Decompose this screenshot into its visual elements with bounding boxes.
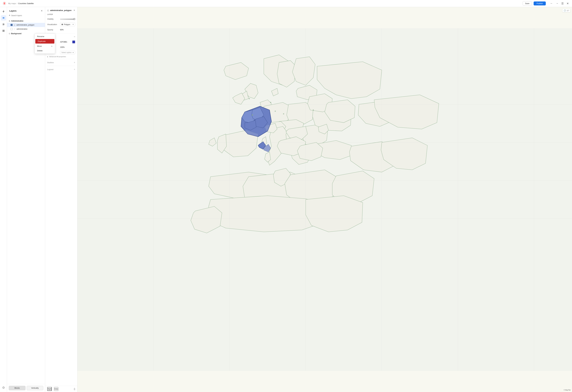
save-button[interactable]: Save xyxy=(523,1,532,6)
group-name-administrative: Administrative xyxy=(11,20,23,22)
style-tab-data[interactable]: Data xyxy=(54,387,58,391)
breadcrumb-separator: / xyxy=(17,2,17,4)
back-button[interactable]: ← xyxy=(549,1,554,6)
layout-section-name: Layout xyxy=(47,68,74,70)
sidebar-icon-help[interactable]: ? xyxy=(1,385,6,390)
svg-point-1 xyxy=(4,3,5,4)
style-tab-style[interactable]: Style xyxy=(47,387,52,391)
layer-item-administrative2[interactable]: 〰 administrative xyxy=(7,27,45,31)
breadcrumb: My maps / Countries Satellite xyxy=(8,2,34,4)
svg-rect-14 xyxy=(4,31,4,32)
svg-point-9 xyxy=(3,24,4,25)
context-menu-delete-label: Delete xyxy=(37,49,43,52)
layer-type-icon-line: 〰 xyxy=(14,28,16,30)
visualization-select[interactable]: ⬟ Polygon ▼ xyxy=(60,23,75,26)
map-attribution: © MapTiler xyxy=(564,389,571,391)
clock-icon: 🕐 xyxy=(564,9,566,12)
fill-color-swatch[interactable] xyxy=(72,40,75,43)
sidebar-icon-puzzle[interactable] xyxy=(1,28,6,33)
opacity-value[interactable]: 60% xyxy=(60,29,75,31)
sidebar-icon-lightning[interactable] xyxy=(1,9,6,14)
pattern-placeholder: Select option xyxy=(61,51,72,53)
layer-group-header-administrative[interactable]: ⊞ Administrative xyxy=(7,19,45,23)
style-panel-header: ◱ administrative_polygon ✕ xyxy=(45,7,77,13)
svg-point-35 xyxy=(313,110,314,111)
context-menu-move-label: Move xyxy=(37,45,42,47)
svg-rect-11 xyxy=(3,30,3,31)
context-menu-move[interactable]: Move ▶ xyxy=(35,44,55,49)
svg-rect-17 xyxy=(11,24,12,26)
layout-section: Layout + xyxy=(45,67,77,72)
layers-header: Layers ✕ xyxy=(7,7,45,13)
style-panel-layer-icon: ◱ xyxy=(47,9,49,11)
verticality-tab-button[interactable]: Verticality xyxy=(27,386,43,390)
forward-button[interactable]: → xyxy=(555,1,559,6)
map-area[interactable]: 🕐 2.7 © MapTiler xyxy=(77,7,572,392)
topbar: My maps / Countries Satellite Save Publi… xyxy=(0,0,572,7)
layers-content: ⊞ Administrative ◱ administrative_polygo… xyxy=(7,18,45,384)
layer-name-administrative2: administrative xyxy=(16,28,43,30)
fill-collapse-button[interactable]: − xyxy=(74,35,75,38)
svg-rect-3 xyxy=(3,18,4,18)
svg-point-10 xyxy=(3,25,3,25)
layer-type-icon-polygon: ◱ xyxy=(14,24,15,26)
page-title: Countries Satellite xyxy=(18,2,34,4)
close-button[interactable]: ✕ xyxy=(566,1,570,6)
advanced-fill-row: ▶ Advanced fill properties xyxy=(45,55,77,58)
svg-text:?: ? xyxy=(3,387,4,389)
visualization-value: Polygon xyxy=(64,23,72,26)
layers-bottom-bar: Blocks Verticality xyxy=(7,384,45,392)
context-menu-duplicate[interactable]: Duplicate xyxy=(35,39,54,44)
slider-track xyxy=(60,19,75,19)
layer-checkbox-administrative-polygon[interactable] xyxy=(11,24,13,26)
code-view-button[interactable]: {} xyxy=(74,388,75,390)
slider-thumb xyxy=(73,18,75,20)
map-zoom-indicator: 🕐 2.7 xyxy=(562,9,570,12)
svg-point-30 xyxy=(252,114,253,116)
main-layout: ? Layers ✕ + ⊞ Administrative xyxy=(0,7,572,392)
visibility-row: Visibility xyxy=(45,16,77,22)
context-menu: Rename Duplicate Move ▶ Delete xyxy=(35,33,55,54)
visualization-row: Visualization ⬟ Polygon ▼ xyxy=(45,22,77,27)
menu-button[interactable]: ☰ xyxy=(560,1,565,6)
sidebar-icon-layers[interactable] xyxy=(1,15,6,20)
layer-item-administrative-polygon[interactable]: ◱ administrative_polygon xyxy=(7,23,45,27)
add-layer-button[interactable]: + xyxy=(9,14,10,17)
blocks-tab-button[interactable]: Blocks xyxy=(9,386,26,390)
svg-rect-13 xyxy=(3,31,3,32)
visualization-label: Visualization xyxy=(47,23,59,26)
search-input[interactable] xyxy=(11,15,43,16)
context-menu-duplicate-label: Duplicate xyxy=(38,40,46,42)
submenu-arrow-icon: ▶ xyxy=(51,45,53,47)
svg-point-33 xyxy=(249,98,250,99)
layer-group-administrative: ⊞ Administrative ◱ administrative_polygo… xyxy=(7,19,45,31)
svg-point-34 xyxy=(283,113,284,114)
style-panel-close-button[interactable]: ✕ xyxy=(73,9,75,11)
advanced-fill-label[interactable]: Advanced fill properties xyxy=(49,56,66,57)
publish-button[interactable]: Publish xyxy=(534,1,546,5)
opacity-label: Opacity xyxy=(47,29,59,31)
layout-add-button[interactable]: + xyxy=(74,68,75,71)
layer-checkbox-administrative2[interactable] xyxy=(11,28,13,30)
breadcrumb-prefix[interactable]: My maps xyxy=(8,2,16,4)
outline-section: Outline + xyxy=(45,60,77,65)
svg-point-32 xyxy=(270,102,271,103)
layers-title: Layers xyxy=(9,10,40,12)
map-canvas xyxy=(77,7,572,392)
attribution-text: © MapTiler xyxy=(564,389,571,391)
context-menu-delete[interactable]: Delete xyxy=(35,49,55,53)
fill-color-value: #2F38B1 xyxy=(60,41,71,43)
pattern-select[interactable]: Select option ▼ xyxy=(60,51,75,54)
layers-close-button[interactable]: ✕ xyxy=(41,9,43,12)
divider-3 xyxy=(47,66,75,66)
outline-section-name: Outline xyxy=(47,62,74,64)
svg-rect-2 xyxy=(3,17,4,17)
divider-2 xyxy=(47,59,75,59)
map-controls: 🕐 2.7 xyxy=(562,9,570,12)
style-panel: ◱ administrative_polygon ✕ Layer Visibil… xyxy=(45,7,77,392)
outline-add-button[interactable]: + xyxy=(74,61,75,64)
visibility-slider[interactable] xyxy=(60,19,75,19)
fill-opacity-value[interactable]: 100% xyxy=(60,46,75,48)
sidebar-icon-sliders[interactable] xyxy=(1,22,6,27)
context-menu-rename[interactable]: Rename xyxy=(35,34,55,39)
